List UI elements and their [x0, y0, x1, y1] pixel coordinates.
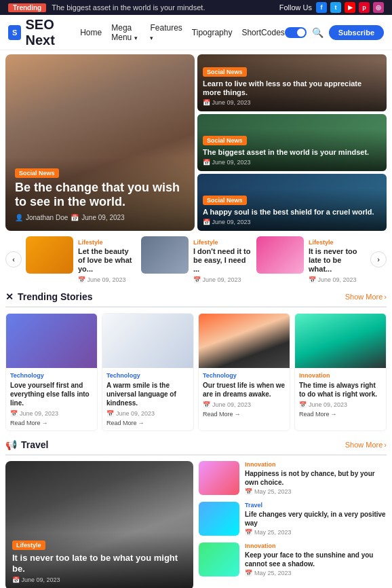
travel-side-item-3[interactable]: Innovation Keep your face to the sunshin… [199, 543, 387, 576]
youtube-icon[interactable]: ▶ [345, 2, 355, 13]
trending-section-title: ✕ Trending Stories [5, 291, 92, 302]
travel-side-info-2: Travel Life changes very quickly, in a v… [245, 502, 387, 536]
carousel-image-2 [141, 236, 189, 274]
hero-main-title: Be the change that you wish to see in th… [15, 181, 185, 210]
hero-card-1[interactable]: Social News Learn to live with less so t… [197, 54, 387, 111]
twitter-icon[interactable]: t [330, 2, 341, 13]
ticker-text: The biggest asset in the world is your m… [52, 3, 205, 12]
nav-mega-menu[interactable]: Mega Menu ▾ [111, 23, 140, 42]
trend-card-1[interactable]: Technology Love yourself first and every… [5, 313, 98, 431]
carousel-prev-button[interactable]: ‹ [5, 251, 22, 268]
hero-card-2-overlay: Social News The biggest asset in the wor… [197, 129, 387, 171]
carousel-info-3: Lifestyle It is never too late to be wha… [309, 236, 366, 283]
travel-side-title-3: Keep your face to the sunshine and you c… [245, 551, 387, 568]
instagram-icon[interactable]: ◎ [373, 2, 384, 13]
travel-main-title: It is never too late to be what you migh… [12, 553, 187, 574]
logo-icon: S [8, 25, 21, 40]
travel-show-more[interactable]: Show More › [345, 441, 387, 449]
carousel-next-button[interactable]: › [370, 251, 387, 268]
trend-body-2: Technology A warm smile is the universal… [102, 368, 193, 430]
travel-side-date-2: 📅 May 25, 2023 [245, 529, 387, 536]
hero-card-2[interactable]: Social News The biggest asset in the wor… [197, 114, 387, 171]
trend-title-1: Love yourself first and everything else … [10, 381, 93, 407]
theme-toggle[interactable] [285, 27, 307, 38]
search-button[interactable]: 🔍 [312, 27, 324, 38]
nav-home[interactable]: Home [80, 28, 102, 37]
travel-main-overlay: Lifestyle It is never too late to be wha… [5, 532, 193, 588]
travel-side: Innovation Happiness is not by chance, b… [199, 461, 387, 588]
trend-category-1: Technology [10, 372, 93, 379]
mega-menu-arrow: ▾ [134, 35, 138, 41]
trend-read-1[interactable]: Read More → [10, 420, 93, 426]
carousel-item-2[interactable]: Lifestyle I don't need it to be easy, I … [141, 236, 251, 283]
carousel-title-1: Let the beauty of love be what yo... [78, 247, 136, 274]
hero-card-2-badge: Social News [203, 136, 247, 145]
travel-side-title-1: Happiness is not by chance, but by your … [245, 469, 387, 487]
trend-body-4: Innovation The time is always right to d… [295, 368, 386, 422]
travel-side-item-1[interactable]: Innovation Happiness is not by chance, b… [199, 461, 387, 495]
carousel-item-3[interactable]: Lifestyle It is never too late to be wha… [256, 236, 366, 283]
nav-features[interactable]: Features ▾ [150, 23, 182, 42]
hero-card-1-overlay: Social News Learn to live with less so t… [197, 60, 387, 111]
trend-title-2: A warm smile is the universal language o… [106, 381, 189, 407]
travel-side-item-2[interactable]: Travel Life changes very quickly, in a v… [199, 502, 387, 536]
trend-body-3: Technology Our truest life is when we ar… [199, 368, 290, 422]
trend-card-3[interactable]: Technology Our truest life is when we ar… [198, 313, 290, 431]
travel-main-card[interactable]: Lifestyle It is never too late to be wha… [5, 461, 193, 588]
carousel-info-2: Lifestyle I don't need it to be easy, I … [193, 236, 251, 283]
hero-main-meta: 👤 Jonathan Doe 📅 June 09, 2023 [15, 214, 185, 221]
trend-read-4[interactable]: Read More → [299, 411, 382, 418]
travel-side-info-3: Innovation Keep your face to the sunshin… [245, 543, 387, 576]
travel-side-cat-3: Innovation [245, 543, 387, 549]
hero-card-3-title: A happy soul is the best shield for a cr… [203, 208, 381, 217]
facebook-icon[interactable]: f [316, 2, 327, 13]
trend-date-2: 📅 June 09, 2023 [106, 410, 189, 417]
carousel-image-3 [256, 236, 304, 274]
subscribe-button[interactable]: Subscribe [329, 25, 384, 40]
trend-category-4: Innovation [299, 372, 382, 379]
carousel-title-2: I don't need it to be easy, I need ... [193, 247, 251, 274]
travel-section-title: 📢 Travel [5, 439, 48, 450]
nav-shortcodes[interactable]: ShortCodes [241, 28, 284, 37]
travel-main-date: 📅 June 09, 2023 [12, 576, 187, 583]
trend-read-3[interactable]: Read More → [203, 411, 286, 418]
nav-typography[interactable]: Tipography [192, 28, 233, 37]
carousel-badge-1: Lifestyle [78, 239, 103, 246]
logo[interactable]: S SEO Next [8, 17, 80, 48]
hero-card-3[interactable]: Social News A happy soul is the best shi… [197, 174, 387, 231]
hero-main-card[interactable]: Social News Be the change that you wish … [5, 54, 195, 231]
features-arrow: ▾ [150, 35, 153, 41]
trend-image-2 [102, 314, 193, 368]
trend-card-4[interactable]: Innovation The time is always right to d… [294, 313, 387, 431]
trending-show-more[interactable]: Show More › [345, 293, 387, 301]
carousel-item-1[interactable]: Lifestyle Let the beauty of love be what… [26, 236, 136, 283]
carousel-image-1 [26, 236, 73, 274]
trending-icon: ✕ [5, 291, 14, 302]
top-bar: Trending The biggest asset in the world … [0, 0, 392, 15]
pinterest-icon[interactable]: p [359, 2, 370, 13]
trend-body-1: Technology Love yourself first and every… [6, 368, 97, 430]
social-icons: f t ▶ p ◎ [316, 2, 384, 13]
carousel-badge-2: Lifestyle [193, 239, 218, 246]
travel-side-image-1 [199, 461, 239, 495]
top-bar-right: Follow Us f t ▶ p ◎ [279, 2, 384, 13]
trending-badge: Trending [8, 3, 46, 12]
trend-date-4: 📅 June 09, 2023 [299, 401, 382, 408]
hero-card-1-badge: Social News [203, 67, 247, 77]
travel-side-image-2 [199, 502, 239, 536]
hero-card-1-title: Learn to live with less so that you appr… [203, 79, 381, 97]
travel-side-date-1: 📅 May 25, 2023 [245, 488, 387, 495]
hero-right-cards: Social News Learn to live with less so t… [197, 54, 387, 231]
trend-title-4: The time is always right to do what is r… [299, 381, 382, 399]
trend-image-1 [6, 314, 97, 368]
travel-side-image-3 [199, 543, 239, 576]
trend-card-2[interactable]: Technology A warm smile is the universal… [102, 313, 194, 431]
hero-card-3-overlay: Social News A happy soul is the best shi… [197, 189, 387, 231]
travel-icon: 📢 [5, 439, 17, 450]
logo-text: SEO Next [25, 17, 80, 48]
follow-label: Follow Us [279, 3, 312, 12]
trend-read-2[interactable]: Read More → [106, 420, 189, 426]
hero-card-3-date: 📅 June 09, 2023 [203, 219, 381, 225]
trend-date-3: 📅 June 09, 2023 [203, 401, 286, 408]
hero-card-3-badge: Social News [203, 196, 247, 205]
